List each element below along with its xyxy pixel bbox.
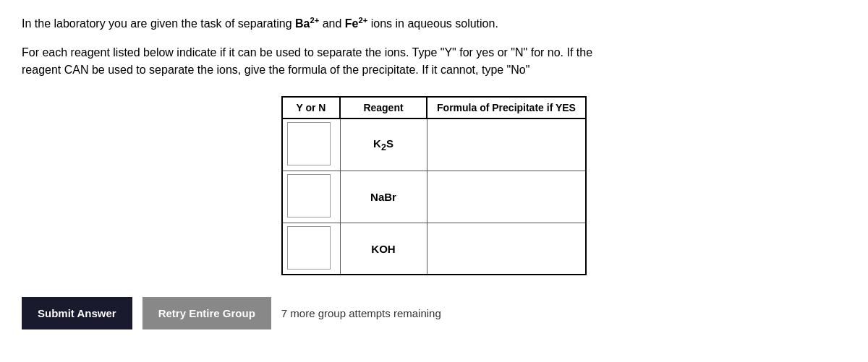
formula-input-3[interactable] <box>430 226 583 270</box>
table-row: KOH <box>282 223 586 275</box>
header-reagent: Reagent <box>340 97 427 118</box>
reagent-cell-1: K2S <box>340 118 427 171</box>
attempts-text: 7 more group attempts remaining <box>281 307 441 319</box>
header-formula: Formula of Precipitate if YES <box>427 97 586 118</box>
bottom-bar: Submit Answer Retry Entire Group 7 more … <box>22 297 846 329</box>
formula-input-2[interactable] <box>430 174 583 217</box>
yorn-cell-1[interactable] <box>282 118 340 171</box>
formula-input-1[interactable] <box>430 122 583 165</box>
retry-button[interactable]: Retry Entire Group <box>142 297 271 329</box>
yorn-input-2[interactable] <box>287 174 331 217</box>
submit-button[interactable]: Submit Answer <box>22 297 132 329</box>
yorn-input-1[interactable] <box>287 122 331 165</box>
formula-cell-2[interactable] <box>427 171 586 223</box>
formula-cell-1[interactable] <box>427 118 586 171</box>
intro-paragraph: In the laboratory you are given the task… <box>22 14 846 33</box>
reagent-cell-2: NaBr <box>340 171 427 223</box>
reagent-table-container: Y or N Reagent Formula of Precipitate if… <box>22 96 846 275</box>
formula-cell-3[interactable] <box>427 223 586 275</box>
yorn-cell-3[interactable] <box>282 223 340 275</box>
table-row: K2S <box>282 118 586 171</box>
yorn-input-3[interactable] <box>287 226 331 270</box>
reagent-cell-3: KOH <box>340 223 427 275</box>
reagent-table: Y or N Reagent Formula of Precipitate if… <box>281 96 587 275</box>
instructions-paragraph: For each reagent listed below indicate i… <box>22 44 846 79</box>
yorn-cell-2[interactable] <box>282 171 340 223</box>
header-yorn: Y or N <box>282 97 340 118</box>
table-row: NaBr <box>282 171 586 223</box>
